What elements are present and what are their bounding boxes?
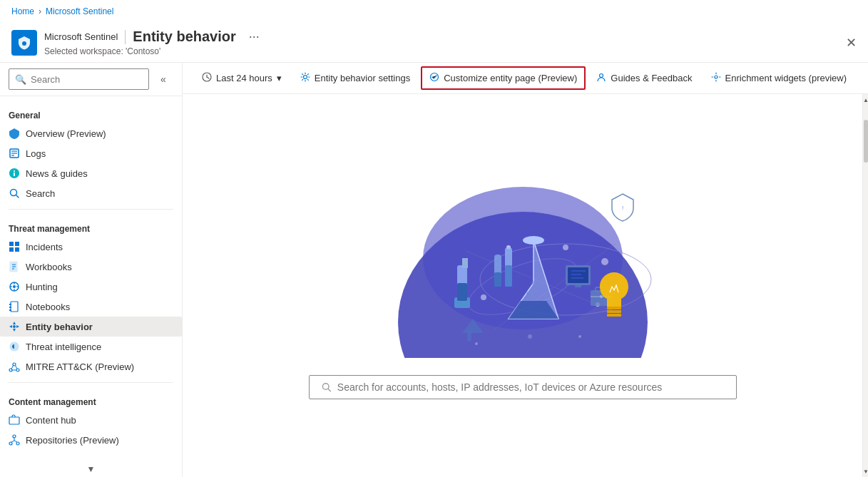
svg-point-26 <box>13 325 16 328</box>
scroll-down-button[interactable]: ▼ <box>863 466 868 477</box>
svg-point-35 <box>13 435 16 438</box>
mitre-icon <box>9 361 20 372</box>
customize-label: Customize entity page (Preview) <box>444 73 577 83</box>
entity-search-icon <box>321 381 332 393</box>
sidebar-item-notebooks[interactable]: Notebooks <box>0 297 182 317</box>
svg-point-71 <box>531 281 535 284</box>
page-header: Microsoft Sentinel Entity behavior ··· S… <box>0 23 868 63</box>
sidebar-item-label-hunting: Hunting <box>26 282 58 292</box>
section-label-content: Content management <box>0 389 182 410</box>
toolbar: Last 24 hours ▾ Entity behavior settings… <box>183 63 868 94</box>
sidebar-collapse-button[interactable]: « <box>153 69 173 89</box>
breadcrumb-service[interactable]: Microsoft Sentinel <box>46 6 113 16</box>
sidebar-scroll-down[interactable]: ▼ <box>84 461 98 477</box>
customize-entity-button[interactable]: Customize entity page (Preview) <box>421 66 586 90</box>
svg-rect-25 <box>9 309 11 311</box>
entity-search-input[interactable] <box>337 381 725 393</box>
svg-point-28 <box>13 363 16 366</box>
svg-point-36 <box>9 442 12 445</box>
enrichment-icon <box>711 72 721 84</box>
repositories-icon <box>9 434 20 446</box>
enrichment-widgets-button[interactable]: Enrichment widgets (preview) <box>703 67 855 89</box>
breadcrumb-sep1: › <box>39 6 41 16</box>
sidebar: 🔍 « General Overview (Preview) Logs <box>0 63 183 477</box>
sidebar-item-label-news: News & guides <box>26 168 88 179</box>
breadcrumb: Home › Microsoft Sentinel <box>0 0 868 23</box>
sidebar-item-label-content-hub: Content hub <box>26 415 76 426</box>
svg-rect-84 <box>607 314 621 317</box>
sidebar-search-box[interactable]: 🔍 <box>9 68 149 90</box>
svg-point-46 <box>600 74 603 78</box>
sidebar-item-search[interactable]: Search <box>0 183 182 203</box>
content-hub-icon <box>9 414 20 426</box>
sidebar-item-overview[interactable]: Overview (Preview) <box>0 123 182 143</box>
sidebar-item-hunting[interactable]: Hunting <box>0 277 182 297</box>
scroll-up-button[interactable]: ▲ <box>863 94 868 106</box>
svg-line-32 <box>16 366 18 369</box>
svg-rect-8 <box>9 242 14 246</box>
customize-icon <box>429 72 439 84</box>
time-chevron-icon: ▾ <box>277 73 282 83</box>
svg-rect-62 <box>462 258 468 268</box>
hunting-icon <box>9 281 20 292</box>
svg-text:!: ! <box>621 205 623 211</box>
right-scrollbar: ▲ ▼ <box>862 94 868 477</box>
sidebar-item-label-threat-intel: Threat intelligence <box>26 342 101 352</box>
sidebar-item-content-hub[interactable]: Content hub <box>0 410 182 430</box>
scroll-thumb[interactable] <box>864 120 868 163</box>
content-area: ! <box>183 94 862 477</box>
svg-line-43 <box>207 77 209 78</box>
sidebar-item-news[interactable]: News & guides <box>0 163 182 183</box>
sidebar-item-label-notebooks: Notebooks <box>26 302 70 312</box>
sidebar-item-logs[interactable]: Logs <box>0 143 182 163</box>
breadcrumb-home[interactable]: Home <box>11 6 34 16</box>
service-icon <box>11 30 37 56</box>
svg-rect-85 <box>467 331 471 342</box>
hero-illustration: ! <box>352 173 694 358</box>
more-options-button[interactable]: ··· <box>249 29 260 44</box>
svg-point-57 <box>563 245 568 250</box>
entity-behavior-settings-button[interactable]: Entity behavior settings <box>292 67 418 89</box>
svg-line-90 <box>328 389 330 391</box>
sidebar-search-area: 🔍 « <box>0 63 182 96</box>
svg-rect-65 <box>494 272 501 287</box>
svg-rect-77 <box>575 285 581 287</box>
workbooks-icon <box>9 261 20 272</box>
svg-rect-23 <box>9 304 11 305</box>
threat-intel-icon <box>9 341 20 352</box>
guides-icon <box>596 72 606 84</box>
sidebar-item-incidents[interactable]: Incidents <box>0 237 182 257</box>
svg-point-47 <box>715 76 718 78</box>
svg-point-88 <box>528 334 532 339</box>
divider-2 <box>9 382 173 383</box>
logs-icon <box>9 148 20 159</box>
workspace-label: Selected workspace: 'Contoso' <box>44 46 846 56</box>
notebooks-icon <box>9 301 20 312</box>
svg-line-39 <box>11 441 14 442</box>
service-name-label: Microsoft Sentinel <box>44 31 118 42</box>
incidents-icon <box>9 241 20 252</box>
settings-label: Entity behavior settings <box>315 73 410 83</box>
svg-rect-63 <box>457 283 467 301</box>
scroll-track <box>863 106 868 466</box>
svg-line-31 <box>11 366 14 369</box>
settings-icon <box>300 72 310 84</box>
entity-search-box[interactable] <box>309 375 737 399</box>
svg-rect-24 <box>9 307 11 308</box>
sidebar-item-mitre[interactable]: MITRE ATT&CK (Preview) <box>0 357 182 376</box>
svg-line-7 <box>16 195 19 198</box>
svg-rect-22 <box>11 302 18 312</box>
svg-rect-82 <box>607 307 621 309</box>
svg-point-55 <box>601 258 608 265</box>
sidebar-item-threat-intel[interactable]: Threat intelligence <box>0 337 182 357</box>
svg-point-81 <box>600 295 603 298</box>
sidebar-item-entity-behavior[interactable]: Entity behavior <box>0 317 182 337</box>
sidebar-item-label-repositories: Repositories (Preview) <box>26 435 119 446</box>
sidebar-item-workbooks[interactable]: Workbooks <box>0 257 182 277</box>
time-range-button[interactable]: Last 24 hours ▾ <box>194 67 290 89</box>
sidebar-item-repositories[interactable]: Repositories (Preview) <box>0 430 182 450</box>
guides-feedback-button[interactable]: Guides & Feedback <box>588 67 700 89</box>
sidebar-search-input[interactable] <box>31 74 143 85</box>
close-button[interactable]: ✕ <box>846 35 857 51</box>
svg-rect-9 <box>15 242 19 246</box>
